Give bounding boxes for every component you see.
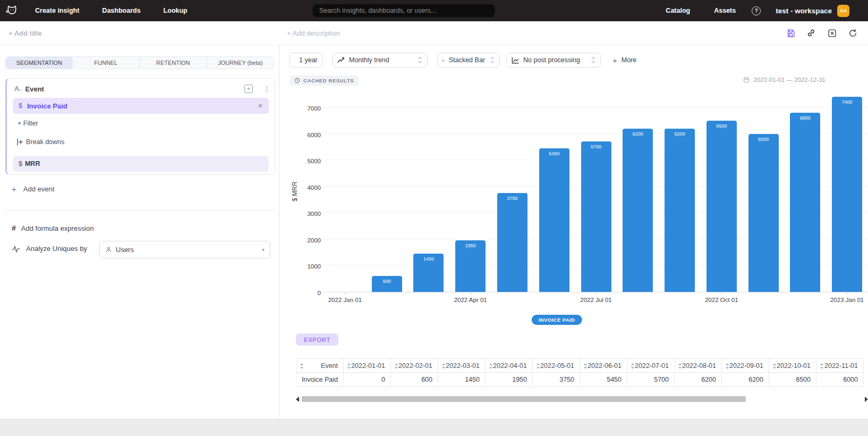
add-filter-button[interactable]: + Filter xyxy=(18,120,38,127)
dollar-icon: $ xyxy=(19,102,22,110)
horizontal-scrollbar[interactable] xyxy=(296,396,868,403)
row-value: 600 xyxy=(391,373,438,387)
remove-event-icon[interactable]: ✕ xyxy=(258,102,263,110)
sort-icon[interactable] xyxy=(631,363,635,369)
trend-line-icon xyxy=(337,57,345,63)
nav-lookup[interactable]: Lookup xyxy=(164,7,188,14)
nav-create-insight[interactable]: Create insight xyxy=(35,7,79,14)
bar-2022-08-01[interactable]: 6200 xyxy=(623,129,653,292)
x-tick-label: 2023 Jan 01 xyxy=(818,297,868,303)
column-header-2022-10-01[interactable]: 2022-10-01 xyxy=(769,358,816,373)
kebab-menu-icon[interactable]: ⋮ xyxy=(263,86,270,93)
bar-2022-04-01[interactable]: 1950 xyxy=(455,240,486,292)
column-header-2022-02-01[interactable]: 2022-02-01 xyxy=(391,358,438,373)
duplicate-event-icon[interactable]: + xyxy=(244,85,253,93)
link-icon[interactable] xyxy=(806,28,816,38)
chart-type-select[interactable]: Stacked Bar xyxy=(437,53,500,68)
column-header-2022-03-01[interactable]: 2022-03-01 xyxy=(438,358,486,373)
export-button[interactable]: EXPORT xyxy=(296,333,338,346)
column-header-2022-01-01[interactable]: 2022-01-01 xyxy=(344,358,391,373)
row-value: 5450 xyxy=(580,373,627,387)
breakdown-label: Break downs xyxy=(26,138,64,146)
refresh-icon[interactable] xyxy=(848,28,857,38)
bar-2022-06-01[interactable]: 5450 xyxy=(539,148,569,292)
chart-toolbar: 1 year Monthly trend Stacked Bar xyxy=(290,53,636,68)
search-input[interactable] xyxy=(312,4,495,18)
bar-chart-plot: 6001450195037505450570062006200650060006… xyxy=(324,93,868,292)
bar-2022-05-01[interactable]: 3750 xyxy=(497,193,527,292)
sort-icon[interactable] xyxy=(583,363,588,369)
scroll-left-icon[interactable] xyxy=(296,397,299,402)
scroll-right-icon[interactable] xyxy=(865,397,868,402)
save-icon[interactable] xyxy=(786,28,795,38)
nav-assets[interactable]: Assets xyxy=(714,7,736,14)
column-header-2022-08-01[interactable]: 2022-08-01 xyxy=(675,358,722,373)
sort-icon[interactable] xyxy=(394,363,398,369)
tab-segmentation[interactable]: SEGMENTATION xyxy=(6,57,73,69)
bar-value-label: 5700 xyxy=(581,144,611,149)
sort-icon[interactable] xyxy=(300,363,304,369)
column-header-2022-05-01[interactable]: 2022-05-01 xyxy=(533,358,580,373)
bar-2023-01-01[interactable]: 7400 xyxy=(832,97,862,292)
bar-2022-10-01[interactable]: 6500 xyxy=(707,121,737,292)
add-title-button[interactable]: + Add title xyxy=(8,29,42,37)
nav-dashboards[interactable]: Dashboards xyxy=(102,7,140,14)
column-header-2022-09-01[interactable]: 2022-09-01 xyxy=(722,358,769,373)
bar-2022-11-01[interactable]: 6000 xyxy=(748,134,779,292)
more-options-button[interactable]: + More xyxy=(612,56,636,65)
add-description-button[interactable]: + Add description xyxy=(287,29,340,37)
tab-retention[interactable]: RETENTION xyxy=(140,57,207,69)
trend-select[interactable]: Monthly trend xyxy=(332,53,428,68)
column-header-event[interactable]: Event xyxy=(296,358,344,373)
tab-funnel[interactable]: FUNNEL xyxy=(73,57,140,69)
bar-value-label: 6800 xyxy=(790,115,820,121)
analyze-uniques-label: Analyze Uniques by xyxy=(26,245,87,253)
bar-2022-09-01[interactable]: 6200 xyxy=(665,129,695,292)
add-breakdown-button[interactable]: Break downs xyxy=(16,138,64,146)
sort-icon[interactable] xyxy=(441,363,446,369)
sort-icon[interactable] xyxy=(725,363,729,369)
y-tick-label: 1000 xyxy=(294,263,321,270)
updown-chevrons-icon xyxy=(413,57,422,63)
query-date-range: 2022-01-01 — 2022-12-31 xyxy=(743,77,826,83)
sort-icon[interactable] xyxy=(536,363,540,369)
tab-journey[interactable]: JOURNEY (beta) xyxy=(207,57,274,69)
post-processing-select[interactable]: No post processing xyxy=(506,53,601,68)
sort-icon[interactable] xyxy=(489,363,493,369)
sort-icon[interactable] xyxy=(678,363,682,369)
analyze-uniques-select[interactable]: Users ▾ xyxy=(99,241,270,258)
close-box-icon[interactable] xyxy=(827,28,837,38)
help-icon[interactable]: ? xyxy=(752,6,761,15)
legend-invoice-paid[interactable]: INVOICE PAID xyxy=(532,315,582,325)
date-window-button[interactable]: 1 year xyxy=(290,53,322,68)
column-header-2022-07-01[interactable]: 2022-07-01 xyxy=(627,358,675,373)
add-formula-button[interactable]: # Add formula expression xyxy=(12,224,93,232)
column-header-2022-11-01[interactable]: 2022-11-01 xyxy=(816,358,864,373)
x-tick-label: 2022 Jan 01 xyxy=(316,297,374,303)
analyze-uniques-row: Analyze Uniques by Users ▾ xyxy=(12,245,87,253)
scrollbar-thumb[interactable] xyxy=(302,396,746,402)
bar-value-label: 6000 xyxy=(748,137,779,142)
add-event-button[interactable]: + Add event xyxy=(12,185,54,194)
cat-logo-icon[interactable] xyxy=(5,4,19,18)
column-header-2022-04-01[interactable]: 2022-04-01 xyxy=(486,358,533,373)
event-card: A. Event + ⋮ $ Invoice Paid ✕ + Filter B… xyxy=(5,78,275,175)
row-value: 6200 xyxy=(675,373,722,387)
column-header-2022-06-01[interactable]: 2022-06-01 xyxy=(580,358,627,373)
sort-icon[interactable] xyxy=(772,363,777,369)
top-nav: Create insight Dashboards Lookup Catalog… xyxy=(0,0,868,21)
avatar[interactable]: AA xyxy=(837,5,849,17)
nav-catalog[interactable]: Catalog xyxy=(666,7,690,14)
metric-row[interactable]: $ MRR xyxy=(13,156,269,172)
selected-event-row[interactable]: $ Invoice Paid ✕ xyxy=(13,98,269,114)
bar-2022-12-01[interactable]: 6800 xyxy=(790,113,820,292)
bar-2022-02-01[interactable]: 600 xyxy=(372,276,402,292)
sort-icon[interactable] xyxy=(820,363,824,369)
column-header-label: 2022-06-01 xyxy=(588,362,622,370)
row-event-name: Invoice Paid xyxy=(296,373,344,387)
workspace-name[interactable]: test - workspace xyxy=(776,7,832,15)
bar-2022-07-01[interactable]: 5700 xyxy=(581,141,611,292)
bar-2022-03-01[interactable]: 1450 xyxy=(413,254,444,292)
sort-icon[interactable] xyxy=(347,363,351,369)
x-tick-mark xyxy=(345,292,345,295)
